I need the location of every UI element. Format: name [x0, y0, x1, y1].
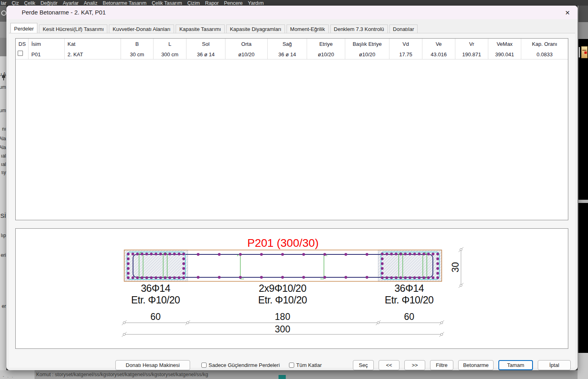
- footer-button-tamam[interactable]: Tamam: [498, 360, 533, 370]
- rebar-dot: [432, 277, 434, 279]
- circle-tool-icon[interactable]: [1, 10, 6, 16]
- tab-kapasite-tasar-m-[interactable]: Kapasite Tasarımı: [176, 25, 225, 33]
- rebar-dot: [159, 277, 162, 279]
- clipped-label: sy: [1, 170, 6, 175]
- rebar-dot: [155, 277, 158, 279]
- rebar-dot: [239, 253, 242, 256]
- dim-left: 60: [150, 311, 161, 322]
- dim-height: 30: [450, 262, 461, 272]
- clipped-label: um: [0, 108, 6, 113]
- rebar-dot: [409, 253, 412, 256]
- column-header: L: [154, 39, 186, 49]
- rebar-dot: [400, 253, 402, 256]
- menu-item[interactable]: Çiz: [12, 0, 19, 6]
- rebar-dot: [344, 253, 347, 256]
- clipped-label: er: [2, 303, 6, 309]
- menu-item[interactable]: lar: [1, 0, 6, 6]
- taskbar-accent: [279, 375, 286, 379]
- rebar-calculator-button[interactable]: Donatı Hesap Makinesi: [115, 360, 190, 370]
- section-tool-icon[interactable]: [581, 46, 588, 58]
- table-cell: P01: [29, 49, 65, 59]
- rebar-dot: [381, 272, 384, 275]
- all-storeys-checkbox[interactable]: Tüm Katlar: [289, 360, 322, 370]
- menu-item[interactable]: Ayarlar: [63, 0, 78, 6]
- rebar-dot: [127, 258, 130, 260]
- dialog-titlebar[interactable]: Perde Betonarme - 2. KAT, P01 ✕: [6, 6, 578, 19]
- table-cell: 36 ø 14: [268, 49, 307, 59]
- footer-button--[interactable]: <<: [379, 360, 400, 370]
- rebar-dot: [150, 277, 153, 279]
- rebar-dot: [164, 277, 167, 279]
- tab-kuvvetler-donat-alanlar-[interactable]: Kuvvetler-Donatı Alanları: [109, 25, 174, 33]
- menu-item[interactable]: Pencere: [224, 0, 243, 6]
- rebar-dot: [404, 253, 407, 256]
- close-icon[interactable]: ✕: [563, 8, 572, 17]
- table-cell: 390.041: [488, 49, 521, 59]
- menu-item[interactable]: Çelik Tasarım: [152, 0, 182, 6]
- rebar-dot: [390, 253, 393, 256]
- rebar-dot: [381, 267, 384, 270]
- tab-denklem-7-3-kontrol-[interactable]: Denklem 7.3 Kontrolü: [330, 25, 388, 33]
- right-strip-gray: [578, 6, 588, 22]
- perde-betonarme-dialog: Perde Betonarme - 2. KAT, P01 ✕ Perdeler…: [6, 6, 578, 370]
- rebar-dot: [302, 253, 305, 256]
- strip-edge-line: [578, 6, 578, 353]
- tab-kapasite-diyagramlar-[interactable]: Kapasite Diyagramları: [226, 25, 285, 33]
- dim-marker: [186, 322, 189, 324]
- rebar-dot: [302, 276, 305, 279]
- column-header: Kap. Oranı: [521, 39, 568, 49]
- rebar-dot: [422, 253, 425, 256]
- tab-moment-e-rilik[interactable]: Moment-Eğrilik: [287, 25, 329, 33]
- menu-item[interactable]: Yardım: [248, 0, 264, 6]
- menu-item[interactable]: Rapor: [205, 0, 219, 6]
- row-checkbox[interactable]: [18, 51, 23, 56]
- footer-button-i-ptal[interactable]: İptal: [538, 360, 571, 370]
- rebar-dot: [145, 253, 148, 256]
- rebar-dot: [400, 277, 402, 279]
- section-title: P201 (300/30): [247, 237, 318, 250]
- footer-button-filtre[interactable]: Filtre: [430, 360, 453, 370]
- menu-item[interactable]: Çizim: [187, 0, 200, 6]
- menu-item[interactable]: Analiz: [84, 0, 98, 6]
- menu-item[interactable]: Çelik: [24, 0, 35, 6]
- dim-marker: [123, 322, 125, 324]
- rebar-dot: [436, 277, 439, 279]
- screen: larÇizÇelikDeğiştirAyarlarAnalizBetonarm…: [0, 0, 588, 379]
- app-menubar: larÇizÇelikDeğiştirAyarlarAnalizBetonarm…: [0, 0, 588, 6]
- rebar-dot: [182, 267, 185, 270]
- rebar-dot: [239, 276, 242, 279]
- right-toolbar: [578, 22, 588, 39]
- left-zone-stirrup-label: Etr. Φ10/20: [131, 294, 180, 306]
- clipped-label: lıp: [1, 233, 6, 238]
- menu-item[interactable]: Değiştir: [41, 0, 57, 6]
- dim-total: 300: [275, 324, 290, 335]
- dim-marker: [460, 248, 462, 251]
- checkbox-icon[interactable]: [201, 363, 207, 368]
- right-zone-bars-label: 36Φ14: [394, 283, 424, 294]
- only-strengthening-walls-checkbox[interactable]: Sadece Güçlendirme Perdeleri: [201, 360, 280, 370]
- footer-button--[interactable]: >>: [404, 360, 425, 370]
- rebar-dot: [413, 277, 416, 279]
- tab-kesit-h-cresi-lif-tasar-m-[interactable]: Kesit Hücresi(Lif) Tasarımı: [39, 25, 107, 33]
- tab-perdeler[interactable]: Perdeler: [10, 23, 37, 33]
- rebar-dot: [436, 262, 439, 265]
- dim-marker: [440, 333, 443, 336]
- menu-item[interactable]: Betonarme Tasarım: [103, 0, 147, 6]
- table-cell: ø10/20: [345, 49, 389, 59]
- rebar-dot: [381, 262, 384, 265]
- footer-button-betonarme[interactable]: Betonarme: [458, 360, 494, 370]
- tab-donat-lar[interactable]: Donatılar: [389, 25, 418, 33]
- column-header: Başlık Etriye: [345, 39, 389, 49]
- footer-button-se-[interactable]: Seç: [353, 360, 374, 370]
- dim-middle: 180: [275, 311, 290, 322]
- clipped-label: um: [0, 84, 6, 90]
- column-header: VeMax: [488, 39, 521, 49]
- right-strip-bottom: [578, 353, 588, 379]
- column-header: İsim: [29, 39, 65, 49]
- checkbox-icon[interactable]: [289, 363, 294, 368]
- column-header: Etriye: [307, 39, 345, 49]
- column-header: Kat: [65, 39, 121, 49]
- background-left-panel: ↙ u AumumnıAlaAlaıalıalsySİlıperier: [0, 6, 6, 370]
- rebar-dot: [131, 253, 134, 256]
- column-header: Orta: [225, 39, 268, 49]
